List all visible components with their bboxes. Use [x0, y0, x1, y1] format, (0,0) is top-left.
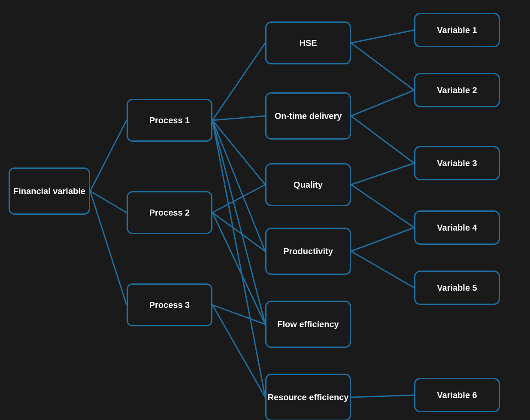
svg-line-17 [351, 116, 414, 163]
node-var3: Variable 3 [414, 146, 500, 180]
node-var4: Variable 4 [414, 210, 500, 245]
var6-label: Variable 6 [437, 390, 477, 401]
svg-line-6 [212, 120, 265, 251]
var3-label: Variable 3 [437, 158, 477, 169]
node-var6: Variable 6 [414, 378, 500, 412]
svg-line-10 [212, 213, 265, 251]
node-var5: Variable 5 [414, 271, 500, 305]
node-process2: Process 2 [127, 191, 212, 234]
svg-line-14 [351, 30, 414, 43]
svg-line-15 [351, 43, 414, 90]
svg-line-8 [212, 120, 265, 397]
svg-line-4 [212, 116, 265, 120]
node-process1: Process 1 [127, 99, 212, 142]
productivity-label: Productivity [283, 246, 333, 257]
financial-label: Financial variable [13, 186, 85, 197]
svg-line-12 [212, 305, 265, 324]
svg-line-5 [212, 120, 265, 185]
quality-label: Quality [294, 179, 323, 190]
svg-line-16 [351, 90, 414, 116]
svg-line-9 [212, 185, 265, 213]
flow-label: Flow efficiency [277, 319, 339, 330]
svg-line-1 [90, 191, 127, 213]
svg-line-2 [90, 191, 127, 305]
node-financial: Financial variable [9, 167, 90, 215]
resource-label: Resource efficiency [268, 392, 349, 403]
node-process3: Process 3 [127, 283, 212, 326]
node-var1: Variable 1 [414, 13, 500, 47]
var1-label: Variable 1 [437, 24, 477, 36]
node-hse: HSE [265, 21, 351, 64]
svg-line-18 [351, 163, 414, 185]
diagram-container: Financial variable Process 1 Process 2 P… [0, 0, 530, 420]
node-var2: Variable 2 [414, 73, 500, 107]
node-productivity: Productivity [265, 228, 351, 275]
hse-label: HSE [299, 37, 317, 49]
svg-line-13 [212, 305, 265, 397]
node-flow: Flow efficiency [265, 301, 351, 348]
svg-line-19 [351, 185, 414, 228]
process2-label: Process 2 [149, 207, 190, 218]
svg-line-22 [351, 395, 414, 397]
svg-line-20 [351, 228, 414, 251]
svg-line-21 [351, 251, 414, 288]
var2-label: Variable 2 [437, 85, 477, 96]
var4-label: Variable 4 [437, 222, 477, 233]
var5-label: Variable 5 [437, 282, 477, 293]
svg-line-11 [212, 213, 265, 324]
svg-line-0 [90, 120, 127, 191]
process1-label: Process 1 [149, 115, 190, 126]
process3-label: Process 3 [149, 299, 190, 310]
svg-line-3 [212, 43, 265, 120]
node-resource: Resource efficiency [265, 374, 351, 420]
svg-line-7 [212, 120, 265, 324]
ontime-label: On-time delivery [275, 110, 342, 122]
node-ontime: On-time delivery [265, 92, 351, 140]
node-quality: Quality [265, 163, 351, 206]
